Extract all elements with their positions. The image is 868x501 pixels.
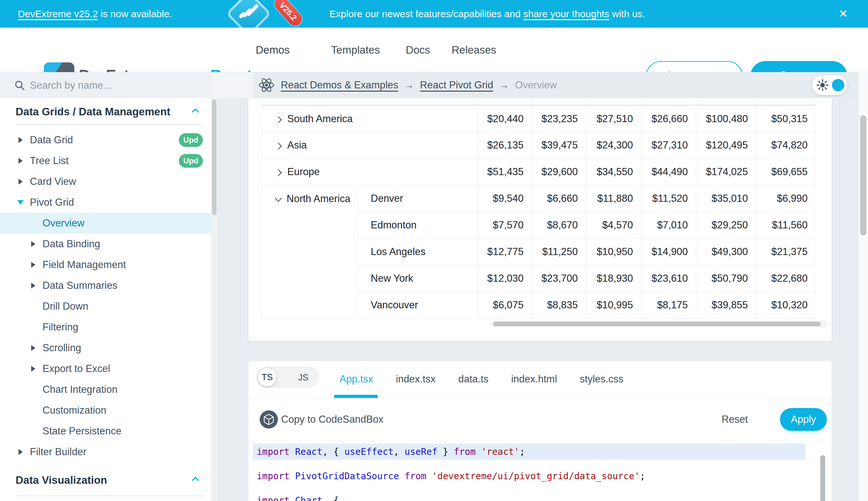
- code-line-2[interactable]: import PivotGridDataSource from 'devextr…: [257, 471, 645, 481]
- sidebar-scrollbar-thumb[interactable]: [212, 99, 217, 215]
- row-header-vancouver[interactable]: Vancouver: [358, 292, 478, 318]
- sidebar-section-data-grids[interactable]: Data Grids / Data Management: [0, 103, 211, 120]
- row-header-edmonton[interactable]: Edmonton: [358, 212, 478, 238]
- pivot-cell[interactable]: $11,520: [641, 185, 696, 212]
- js-toggle-option[interactable]: JS: [298, 367, 308, 388]
- pivot-horizontal-scrollbar-thumb[interactable]: [493, 322, 821, 326]
- pivot-cell[interactable]: $8,670: [532, 212, 586, 238]
- pivot-cell[interactable]: $49,300: [696, 238, 756, 265]
- sidebar-section-data-visualization[interactable]: Data Visualization: [0, 472, 211, 489]
- nav-releases[interactable]: Releases: [450, 28, 498, 72]
- pivot-cell[interactable]: $6,660: [532, 185, 586, 212]
- tab-index-tsx[interactable]: index.tsx: [396, 373, 435, 385]
- sidebar-item-state-persistence[interactable]: State Persistence: [0, 421, 211, 441]
- pivot-cell[interactable]: $14,900: [641, 238, 696, 265]
- pivot-cell[interactable]: $29,250: [696, 212, 756, 238]
- pivot-cell[interactable]: $23,610: [641, 265, 696, 292]
- pivot-cell[interactable]: $7,570: [478, 212, 532, 238]
- expand-row-icon[interactable]: [275, 169, 282, 176]
- codesandbox-icon[interactable]: [260, 411, 278, 428]
- pivot-cell[interactable]: $24,300: [586, 132, 641, 159]
- pivot-cell[interactable]: $11,250: [532, 238, 586, 265]
- sidebar-item-data-summaries[interactable]: Data Summaries: [0, 275, 211, 296]
- row-header-denver[interactable]: Denver: [358, 185, 478, 212]
- reset-button[interactable]: Reset: [722, 398, 748, 440]
- expand-right-icon[interactable]: [31, 241, 35, 247]
- pivot-cell[interactable]: $44,490: [641, 159, 696, 185]
- code-editor[interactable]: import React, { useEffect, useRef } from…: [248, 441, 832, 501]
- pivot-cell[interactable]: $20,440: [478, 105, 532, 132]
- expand-right-icon[interactable]: [31, 283, 35, 288]
- page-scrollbar-thumb[interactable]: [860, 115, 866, 236]
- row-header-new-york[interactable]: New York: [358, 265, 478, 292]
- sidebar-item-filter-builder[interactable]: Filter Builder: [0, 441, 211, 462]
- sidebar-item-data-grid[interactable]: Data GridUpd: [0, 130, 211, 150]
- expand-right-icon[interactable]: [31, 366, 35, 372]
- theme-toggle-knob[interactable]: [832, 79, 844, 91]
- nav-templates[interactable]: Templates: [325, 28, 386, 72]
- language-toggle[interactable]: TS JS: [257, 367, 319, 387]
- collapse-row-icon[interactable]: [275, 195, 282, 201]
- pivot-cell[interactable]: $12,775: [478, 238, 532, 265]
- chevron-up-icon[interactable]: [192, 108, 199, 116]
- pivot-cell[interactable]: $27,510: [586, 105, 641, 132]
- row-header-europe[interactable]: Europe: [262, 159, 478, 185]
- pivot-cell[interactable]: $11,880: [586, 185, 641, 212]
- pivot-cell[interactable]: $6,990: [756, 185, 816, 212]
- pivot-cell[interactable]: $10,320: [756, 292, 816, 318]
- expand-right-icon[interactable]: [19, 449, 23, 455]
- pivot-cell[interactable]: $11,560: [756, 212, 816, 238]
- sidebar-item-data-binding[interactable]: Data Binding: [0, 234, 211, 254]
- pivot-cell[interactable]: $100,480: [696, 105, 756, 132]
- copy-to-codesandbox-button[interactable]: Copy to CodeSandBox: [281, 398, 383, 440]
- nav-docs[interactable]: Docs: [403, 28, 433, 72]
- pivot-cell[interactable]: $50,790: [696, 265, 756, 292]
- sidebar-item-scrolling[interactable]: Scrolling: [0, 338, 211, 358]
- tab-app-tsx[interactable]: App.tsx: [340, 373, 373, 385]
- tab-data-ts[interactable]: data.ts: [458, 373, 488, 385]
- tab-index-html[interactable]: index.html: [511, 373, 557, 385]
- pivot-cell[interactable]: $50,315: [756, 105, 816, 132]
- pivot-cell[interactable]: $8,835: [532, 292, 586, 318]
- pivot-cell[interactable]: $39,475: [532, 132, 586, 159]
- pivot-cell[interactable]: $26,660: [641, 105, 696, 132]
- sidebar-item-overview[interactable]: Overview: [0, 213, 211, 234]
- apply-button[interactable]: Apply: [780, 408, 827, 431]
- theme-toggle[interactable]: [812, 75, 847, 95]
- pivot-cell[interactable]: $7,010: [641, 212, 696, 238]
- row-header-north-america[interactable]: North America: [262, 185, 358, 318]
- row-header-asia[interactable]: Asia: [262, 132, 478, 159]
- pivot-cell[interactable]: $69,655: [756, 159, 816, 185]
- pivot-cell[interactable]: $29,600: [532, 159, 586, 185]
- sidebar-item-drill-down[interactable]: Drill Down: [0, 296, 211, 317]
- banner-release-link[interactable]: DevExtreme v25.2: [18, 9, 98, 19]
- breadcrumb-link-pivot-grid[interactable]: React Pivot Grid: [420, 79, 493, 91]
- pivot-cell[interactable]: $35,010: [696, 185, 756, 212]
- pivot-cell[interactable]: $26,135: [478, 132, 532, 159]
- pivot-cell[interactable]: $23,235: [532, 105, 586, 132]
- pivot-cell[interactable]: $39,855: [696, 292, 756, 318]
- pivot-cell[interactable]: $23,700: [532, 265, 586, 292]
- sidebar-item-filtering[interactable]: Filtering: [0, 317, 211, 338]
- nav-demos[interactable]: Demos: [252, 28, 294, 72]
- expand-row-icon[interactable]: [275, 116, 282, 123]
- pivot-horizontal-scrollbar[interactable]: [491, 320, 827, 328]
- sidebar-item-tree-list[interactable]: Tree ListUpd: [0, 150, 211, 171]
- pivot-cell[interactable]: $10,995: [586, 292, 641, 318]
- sidebar-item-chart-integration[interactable]: Chart Integration: [0, 379, 211, 400]
- sidebar-item-field-management[interactable]: Field Management: [0, 254, 211, 275]
- row-header-los-angeles[interactable]: Los Angeles: [358, 238, 478, 265]
- expand-right-icon[interactable]: [19, 158, 23, 164]
- pivot-cell[interactable]: $120,495: [696, 132, 756, 159]
- chevron-up-icon[interactable]: [192, 477, 199, 484]
- pivot-cell[interactable]: $8,175: [641, 292, 696, 318]
- expand-right-icon[interactable]: [31, 345, 35, 351]
- expand-right-icon[interactable]: [19, 179, 23, 184]
- code-scrollbar-thumb[interactable]: [820, 455, 825, 501]
- search-input[interactable]: [30, 78, 199, 93]
- pivot-cell[interactable]: $6,075: [478, 292, 532, 318]
- expand-row-icon[interactable]: [275, 143, 282, 149]
- share-your-thoughts-link[interactable]: share your thoughts: [523, 9, 609, 19]
- code-line-3[interactable]: import Chart, {: [257, 495, 339, 501]
- expand-down-icon[interactable]: [17, 200, 24, 205]
